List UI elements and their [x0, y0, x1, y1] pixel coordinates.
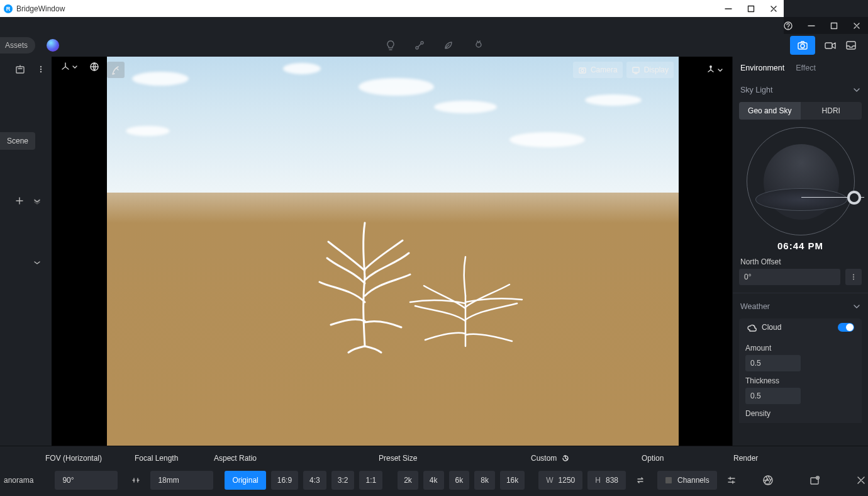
render-label: Render: [733, 454, 758, 463]
left-rail: Scene: [0, 57, 52, 446]
svg-point-11: [40, 69, 42, 70]
globe-icon[interactable]: [89, 62, 99, 72]
assets-tab[interactable]: Assets: [0, 37, 35, 54]
settings-sliders-icon[interactable]: [722, 471, 741, 490]
focal-link-icon[interactable]: [126, 471, 145, 490]
svg-point-12: [40, 71, 42, 72]
preset-label: Preset Size: [379, 454, 417, 463]
photo-mode-button[interactable]: [790, 36, 815, 55]
option-label: Option: [642, 454, 664, 463]
more-vertical-icon[interactable]: [36, 65, 45, 74]
north-offset-label: North Offset: [733, 251, 868, 269]
custom-label[interactable]: Custom: [531, 454, 569, 463]
svg-point-20: [853, 278, 854, 279]
camera-button[interactable]: Camera: [573, 62, 623, 78]
bridge-title: BridgeWindow: [16, 4, 65, 13]
chevron-down-icon[interactable]: [853, 303, 860, 310]
ratio-32-button[interactable]: 3:2: [331, 471, 355, 490]
plant-1: [314, 214, 415, 352]
amount-label: Amount: [745, 344, 855, 352]
skylight-header[interactable]: Sky Light: [740, 86, 772, 94]
viewport-left-gutter: [52, 57, 107, 446]
video-mode-icon[interactable]: [824, 40, 837, 51]
aspect-label: Aspect Ratio: [214, 454, 257, 463]
svg-rect-7: [825, 43, 832, 48]
bridge-window-titlebar: R BridgeWindow: [0, 0, 784, 17]
bottom-bar: FOV (Horizontal) Focal Length Aspect Rat…: [0, 446, 868, 496]
focal-label: Focal Length: [135, 454, 178, 463]
geo-sky-button[interactable]: Geo and Sky: [739, 102, 801, 120]
chevron-down-icon[interactable]: [853, 86, 860, 94]
sun-handle-icon[interactable]: [847, 191, 861, 205]
channels-button[interactable]: Channels: [657, 471, 717, 490]
bridge-app-icon: R: [4, 4, 13, 13]
amount-input[interactable]: 0.5: [745, 355, 801, 371]
brush-icon[interactable]: [107, 62, 125, 78]
density-label: Density: [745, 409, 855, 418]
app-close-icon[interactable]: [853, 22, 860, 30]
hdri-button[interactable]: HDRI: [801, 102, 862, 120]
plant-2: [403, 245, 528, 352]
tab-effect[interactable]: Effect: [796, 64, 816, 72]
material-orb-icon[interactable]: [47, 39, 59, 52]
lightbulb-icon[interactable]: [385, 40, 396, 51]
sun-position-widget[interactable]: [747, 127, 855, 235]
bridge-minimize-icon[interactable]: [725, 5, 732, 13]
weather-header[interactable]: Weather: [740, 302, 770, 311]
add-icon[interactable]: [15, 196, 24, 205]
render-aperture-icon[interactable]: [759, 471, 777, 490]
top-toolbar: Assets: [0, 34, 868, 57]
close-render-icon[interactable]: [852, 471, 868, 490]
ratio-original-button[interactable]: Original: [225, 471, 265, 490]
fire-icon[interactable]: [472, 40, 483, 51]
add-to-scene-icon[interactable]: [15, 64, 25, 74]
preset-4k-button[interactable]: 4k: [423, 471, 444, 490]
render-queue-icon[interactable]: [805, 471, 824, 490]
view-dropdown[interactable]: [703, 62, 726, 78]
time-label: 06:44 PM: [733, 240, 868, 251]
fov-input[interactable]: 90°: [55, 471, 118, 490]
cloud-label: Cloud: [762, 323, 781, 332]
width-input[interactable]: W1250: [538, 471, 582, 490]
panorama-tab[interactable]: anorama: [0, 471, 40, 490]
expand-icon[interactable]: [33, 258, 42, 267]
scene-tab[interactable]: Scene: [0, 132, 35, 150]
viewport[interactable]: Camera Display: [107, 57, 679, 446]
preset-8k-button[interactable]: 8k: [474, 471, 495, 490]
link-icon[interactable]: [414, 40, 425, 51]
app-maximize-icon[interactable]: [830, 22, 838, 30]
svg-rect-0: [748, 6, 754, 11]
thickness-input[interactable]: 0.5: [745, 388, 801, 404]
ratio-43-button[interactable]: 4:3: [303, 471, 326, 490]
tab-environment[interactable]: Environment: [740, 64, 784, 72]
svg-point-18: [853, 274, 854, 275]
svg-rect-21: [665, 477, 672, 483]
ratio-11-button[interactable]: 1:1: [359, 471, 382, 490]
svg-rect-8: [847, 42, 855, 49]
collapse-icon[interactable]: [33, 196, 42, 205]
right-panel: Environment Effect Sky Light Geo and Sky…: [732, 57, 868, 446]
app-minimize-icon[interactable]: [808, 22, 815, 30]
north-offset-more-icon[interactable]: [845, 269, 862, 285]
help-icon[interactable]: [784, 21, 793, 30]
ratio-169-button[interactable]: 16:9: [271, 471, 298, 490]
preset-6k-button[interactable]: 6k: [449, 471, 470, 490]
north-offset-input[interactable]: 0°: [739, 269, 840, 285]
axis-dropdown[interactable]: [60, 62, 78, 72]
focal-input[interactable]: 18mm: [150, 471, 213, 490]
display-button[interactable]: Display: [626, 62, 674, 78]
svg-rect-2: [832, 23, 837, 28]
inbox-icon[interactable]: [845, 40, 857, 51]
svg-point-19: [853, 276, 854, 278]
svg-point-10: [40, 66, 42, 67]
bridge-close-icon[interactable]: [770, 5, 777, 13]
preset-16k-button[interactable]: 16k: [500, 471, 525, 490]
bridge-maximize-icon[interactable]: [747, 5, 755, 13]
cloud-icon: [747, 322, 757, 332]
leaf-icon[interactable]: [443, 40, 454, 51]
cloud-toggle[interactable]: [838, 323, 854, 332]
height-input[interactable]: H838: [587, 471, 626, 490]
swap-wh-icon[interactable]: [631, 471, 650, 490]
fov-label: FOV (Horizontal): [45, 454, 102, 463]
preset-2k-button[interactable]: 2k: [398, 471, 418, 490]
